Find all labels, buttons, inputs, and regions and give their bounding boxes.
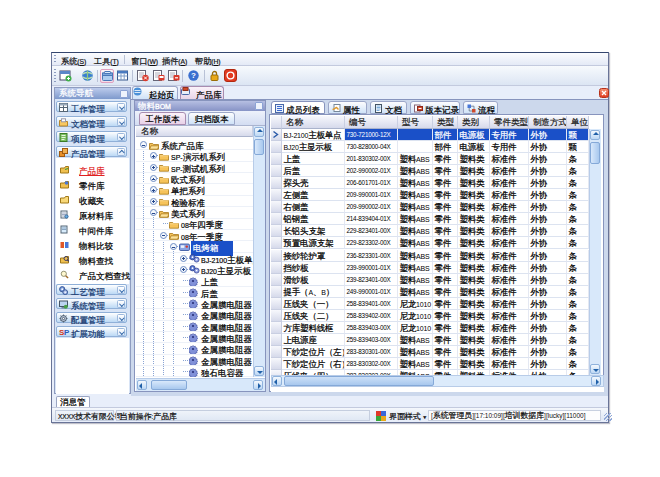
- svg-text:?: ?: [191, 71, 196, 80]
- svg-text:P: P: [64, 328, 70, 336]
